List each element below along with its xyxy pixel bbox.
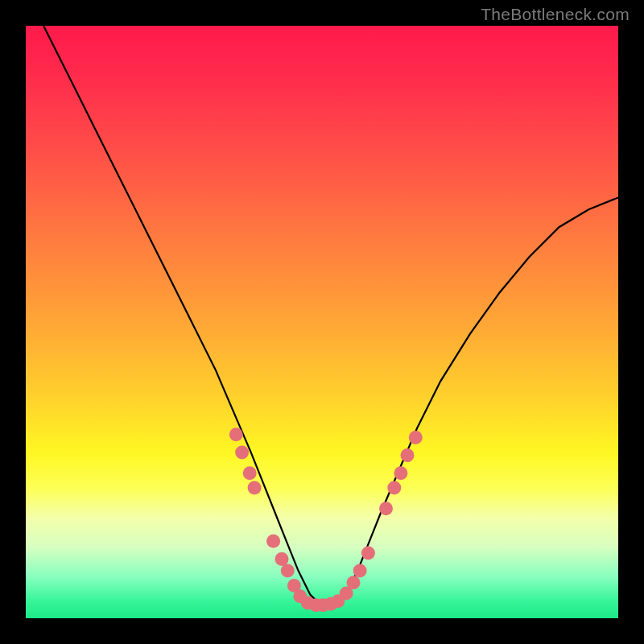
highlight-dots-group: [229, 427, 423, 612]
highlight-dot: [409, 431, 423, 444]
highlight-dot: [361, 547, 375, 560]
highlight-dot: [266, 535, 280, 548]
bottleneck-curve: [43, 26, 618, 606]
highlight-dot: [275, 552, 289, 566]
chart-plot-area: [26, 26, 618, 618]
watermark-text: TheBottleneck.com: [481, 5, 630, 24]
highlight-dot: [243, 466, 257, 480]
highlight-dot: [248, 481, 262, 495]
highlight-dot: [347, 576, 361, 589]
highlight-dot: [229, 427, 243, 441]
chart-overlay-svg: [26, 26, 618, 618]
highlight-dot: [235, 445, 249, 459]
highlight-dot: [281, 564, 295, 578]
highlight-dot: [394, 466, 407, 480]
highlight-dot: [379, 502, 393, 515]
highlight-dot: [401, 448, 415, 462]
highlight-dot: [353, 564, 367, 578]
highlight-dot: [387, 481, 401, 495]
